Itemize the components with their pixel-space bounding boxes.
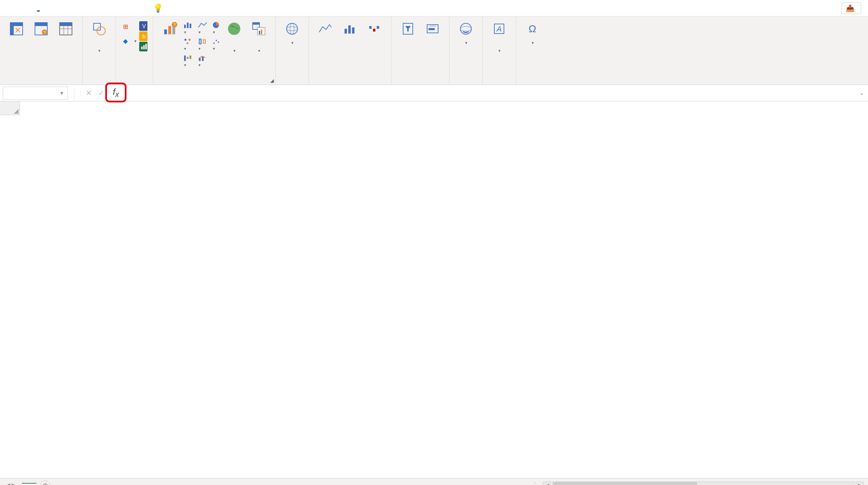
chevron-down-icon: ▾ [465, 40, 467, 45]
svg-point-31 [184, 39, 186, 41]
ribbon-tabs: 💡 📤 [0, 0, 868, 16]
group-text: A ▾ [483, 16, 516, 85]
horizontal-scrollbar[interactable] [553, 482, 854, 485]
sparkline-line-icon [317, 21, 334, 37]
chevron-down-icon: ▾ [134, 39, 136, 43]
tell-me-search[interactable]: 💡 [153, 3, 167, 13]
tab-file[interactable] [7, 5, 10, 11]
scroll-thumb[interactable] [553, 482, 697, 485]
svg-rect-27 [184, 25, 186, 28]
sheet-nav-next[interactable]: ▶ [12, 482, 16, 485]
pie-chart-button[interactable]: ▾ [212, 21, 220, 35]
recommended-charts-button[interactable]: ? [159, 19, 181, 40]
svg-point-33 [186, 42, 189, 44]
tab-formulas[interactable] [67, 5, 70, 11]
link-label: ▾ [465, 38, 467, 46]
svg-point-64 [460, 26, 471, 31]
sparkline-col-icon [342, 21, 358, 37]
link-button[interactable]: ▾ [455, 19, 477, 48]
select-all-button[interactable] [0, 101, 20, 115]
my-addins-button[interactable]: ◆ ▾ [121, 37, 136, 45]
svg-rect-23 [168, 26, 171, 34]
tab-view[interactable] [112, 5, 115, 11]
sheet-tab-1[interactable] [22, 483, 36, 485]
group-addins: ⊞ ◆ ▾ V b [116, 16, 153, 85]
get-addins-button[interactable]: ⊞ [121, 23, 136, 31]
svg-rect-22 [164, 29, 167, 34]
scroll-right-button[interactable]: ▶ [856, 482, 864, 485]
line-chart-button[interactable]: ▾ [198, 21, 207, 35]
waterfall-chart-button[interactable]: ▾ [183, 54, 193, 68]
column-chart-button[interactable]: ▾ [183, 21, 193, 35]
symbols-button[interactable]: Ω ▾ [521, 19, 543, 48]
add-sheet-button[interactable]: ⊕ [40, 481, 50, 485]
sparkline-line-button[interactable] [314, 19, 336, 40]
tab-help[interactable] [128, 5, 130, 11]
insert-function-button[interactable]: fx [107, 85, 124, 101]
pivot-table-button[interactable] [5, 19, 27, 40]
sheet-nav-prev[interactable]: ◀ [5, 482, 10, 485]
svg-point-38 [216, 40, 217, 41]
sparkline-winloss-button[interactable] [364, 19, 386, 40]
x-icon: ✕ [86, 89, 92, 98]
bing-icon[interactable]: b [139, 32, 147, 40]
shapes-icon [91, 21, 107, 37]
group-symbols-label [531, 75, 533, 83]
recommended-pivot-button[interactable]: ? [30, 19, 52, 40]
cancel-formula-button[interactable]: ✕ [83, 87, 95, 99]
visio-icon[interactable]: V [139, 22, 147, 30]
chevron-down-icon: ▾ [98, 48, 100, 53]
formula-input[interactable] [124, 87, 859, 100]
group-illustrations: ▾ [83, 16, 116, 85]
svg-rect-40 [184, 55, 186, 61]
sparkline-column-button[interactable] [339, 19, 361, 40]
3d-map-button[interactable]: ▾ [281, 19, 303, 48]
timeline-icon [424, 21, 441, 37]
svg-text:V: V [142, 23, 146, 29]
group-tables: ? [0, 16, 83, 85]
symbols-label: ▾ [531, 38, 534, 46]
statistic-chart-button[interactable]: ▾ [198, 38, 207, 51]
charts-dialog-launcher[interactable]: ◢ [270, 78, 274, 83]
combo-chart-button[interactable]: ▾ [198, 54, 207, 68]
svg-point-13 [97, 27, 105, 35]
illustrations-button[interactable]: ▾ [88, 19, 110, 56]
name-box[interactable]: ▼ [3, 87, 68, 100]
group-symbols: Ω ▾ [516, 16, 549, 85]
pivot-chart-button[interactable]: ▾ [248, 19, 270, 56]
svg-text:b: b [143, 34, 146, 39]
people-graph-icon[interactable] [139, 42, 147, 51]
tab-pagelayout[interactable] [52, 5, 55, 11]
chevron-down-icon[interactable]: ▼ [59, 90, 64, 96]
text-icon: A [491, 21, 507, 37]
tab-review[interactable] [97, 5, 100, 11]
omega-icon: Ω [524, 21, 541, 37]
table-button[interactable] [55, 19, 77, 40]
svg-rect-62 [429, 28, 435, 30]
rec-charts-icon: ? [161, 21, 178, 37]
chevron-down-icon: ▾ [233, 48, 236, 53]
group-charts: ? ▾ ▾ ▾ ▾ ▾ ▾ ▾ ▾ [153, 16, 276, 85]
check-icon: ✓ [98, 89, 104, 98]
maps-button[interactable]: ▾ [223, 19, 245, 56]
slicer-icon [400, 21, 416, 37]
enter-formula-button[interactable]: ✓ [95, 87, 107, 99]
tab-insert[interactable] [37, 5, 40, 12]
tab-home[interactable] [22, 5, 25, 11]
drag-dots[interactable]: ⋮ [529, 482, 542, 485]
share-button[interactable]: 📤 [841, 2, 861, 14]
pivot-chart-label: ▾ [257, 38, 260, 54]
svg-point-52 [287, 27, 298, 31]
timeline-button[interactable] [422, 19, 444, 40]
hierarchy-chart-button[interactable]: ▾ [183, 38, 193, 51]
addins-icon: ◆ [121, 37, 130, 45]
slicer-button[interactable] [397, 19, 419, 40]
svg-rect-2 [10, 23, 14, 35]
scatter-chart-button[interactable]: ▾ [212, 38, 220, 51]
scroll-left-button[interactable]: ◀ [543, 482, 551, 485]
text-button[interactable]: A ▾ [488, 19, 510, 56]
svg-point-32 [189, 39, 191, 41]
expand-formula-bar-button[interactable]: ⌄ [859, 90, 864, 96]
tab-data[interactable] [82, 5, 85, 11]
sparkline-winloss-icon [366, 21, 383, 37]
